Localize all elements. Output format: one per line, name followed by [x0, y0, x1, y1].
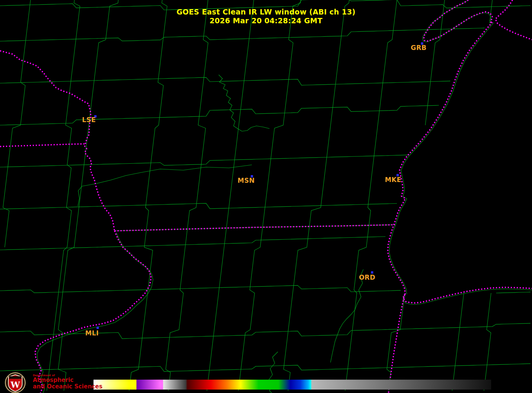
county-segment	[0, 237, 385, 250]
shoreline-county-lines	[37, 1, 532, 393]
ir-temperature-colorbar	[94, 380, 491, 390]
county-segment	[345, 0, 397, 391]
county-segment	[0, 203, 397, 209]
county-boundary-lines	[0, 0, 530, 391]
county-segment	[166, 0, 208, 391]
crest-letter: W	[10, 380, 20, 390]
station-dot-MLI	[97, 327, 99, 329]
county-segment	[239, 0, 301, 391]
title-line-2: 2026 Mar 20 04:28:24 GMT	[0, 16, 532, 25]
image-title: GOES East Clean IR LW window (ABI ch 13)…	[0, 8, 532, 25]
station-label-GRB: GRB	[411, 44, 427, 52]
station-label-MSN: MSN	[238, 177, 255, 184]
state-segment	[403, 287, 532, 303]
uw-aos-logo: W Department of Atmospheric and Oceanic …	[3, 372, 102, 393]
county-segment	[129, 0, 167, 391]
station-label-MKE: MKE	[385, 176, 401, 184]
state-segment	[0, 51, 114, 231]
shoregreen-segment	[37, 233, 153, 393]
county-segment	[207, 0, 254, 391]
state-border-lines	[0, 0, 532, 393]
county-segment	[0, 285, 401, 293]
state-segment	[389, 295, 405, 393]
satellite-image-viewport: GOES East Clean IR LW window (ABI ch 13)…	[0, 0, 532, 393]
river-segment	[219, 75, 269, 131]
county-segment	[0, 155, 408, 167]
state-segment	[35, 231, 151, 393]
logo-atmospheric: Atmospheric	[33, 377, 102, 383]
river-segment	[330, 269, 363, 362]
county-segment	[3, 0, 31, 247]
station-label-LSE: LSE	[82, 116, 96, 124]
state-segment	[114, 225, 395, 231]
title-line-1: GOES East Clean IR LW window (ABI ch 13)	[0, 8, 532, 16]
map-canvas	[0, 0, 532, 393]
river-lines	[78, 75, 363, 393]
county-segment	[496, 292, 530, 293]
river-segment	[78, 165, 252, 206]
state-segment	[0, 144, 85, 147]
uw-crest-icon: W	[3, 372, 27, 393]
county-segment	[452, 293, 464, 391]
county-segment	[484, 293, 491, 391]
county-segment	[0, 364, 530, 372]
station-label-MLI: MLI	[85, 329, 99, 337]
logo-oceanic-sciences: and Oceanic Sciences	[33, 383, 102, 390]
state-segment	[388, 22, 492, 294]
shoregreen-segment	[389, 23, 494, 294]
county-segment	[284, 0, 349, 391]
logo-text: Department of Atmospheric and Oceanic Sc…	[33, 374, 102, 390]
county-segment	[0, 28, 485, 41]
county-segment	[47, 0, 80, 391]
station-label-ORD: ORD	[359, 274, 375, 281]
county-segment	[0, 323, 530, 338]
